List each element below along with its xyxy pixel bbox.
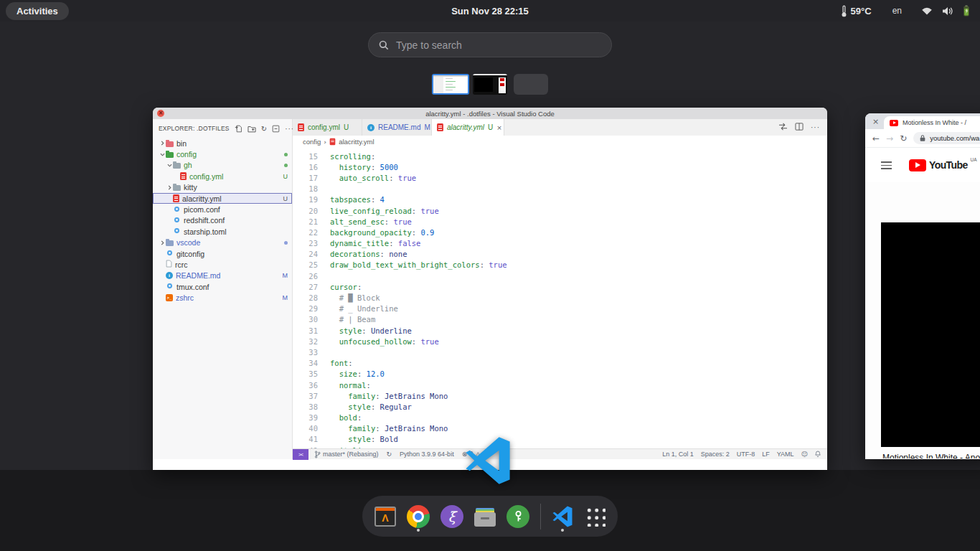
tree-item-config.yml[interactable]: config.ymlU [153,171,292,182]
code-line-19[interactable]: 19tabspaces: 4 [293,194,827,205]
tree-item-picom.conf[interactable]: picom.conf [153,204,292,215]
system-tray[interactable]: 59°C en [841,0,970,22]
folder-icon [173,185,181,191]
feedback-icon[interactable]: ☺ [801,451,808,458]
reload-icon[interactable]: ↻ [900,133,907,143]
code-line-35[interactable]: 35 size: 12.0 [293,369,827,380]
tree-item-vscode[interactable]: vscode [153,237,292,248]
tree-item-zshrc[interactable]: >_zshrcM [153,292,292,303]
tree-item-starship.toml[interactable]: starship.toml [153,226,292,237]
remote-indicator[interactable]: >< [293,449,308,460]
chrome-active-tab[interactable]: Motionless In White - / [884,116,980,129]
back-icon[interactable]: ← [872,133,880,143]
dock-item-google-chrome[interactable] [407,501,430,532]
status-ln-1-col-1[interactable]: Ln 1, Col 1 [662,451,694,458]
code-line-15[interactable]: 15scrolling: [293,151,827,161]
tree-item-gitconfig[interactable]: gitconfig [153,248,292,259]
tree-item-label: alacritty.yml [182,194,281,203]
forward-icon[interactable]: → [886,133,893,143]
breadcrumb-folder[interactable]: config [303,138,321,146]
editor-tab-alacritty.yml[interactable]: alacritty.ymlU× [432,119,504,136]
status-spaces-2[interactable]: Spaces: 2 [701,451,730,458]
code-line-29[interactable]: 29 # _ Underline [293,303,827,314]
code-line-30[interactable]: 30 # | Beam [293,314,827,325]
code-line-38[interactable]: 38 style: Regular [293,401,827,412]
youtube-logo[interactable]: YouTube UA [909,159,968,171]
code-line-36[interactable]: 36 normal: [293,380,827,390]
window-close-button[interactable]: × [157,110,164,117]
split-editor-icon[interactable] [795,123,804,132]
code-line-27[interactable]: 27cursor: [293,281,827,292]
editor-tab-README.md[interactable]: iREADME.mdM [362,119,432,136]
status-lf[interactable]: LF [762,451,770,458]
breadcrumb-file[interactable]: alacritty.yml [339,138,374,146]
code-line-41[interactable]: 41 style: Bold [293,434,827,445]
code-line-16[interactable]: 16 history: 5000 [293,161,827,172]
vscode-app-icon[interactable] [463,436,512,485]
line-number: 33 [293,348,318,357]
code-editor[interactable]: 15scrolling:16 history: 500017 auto_scro… [293,148,827,448]
tree-item-rcrc[interactable]: rcrc [153,259,292,270]
python-interpreter[interactable]: Python 3.9.9 64-bit [400,451,454,458]
code-line-39[interactable]: 39 bold: [293,413,827,423]
code-line-25[interactable]: 25draw_bold_text_with_bright_colors: tru… [293,260,827,270]
tab-close-icon[interactable]: × [496,124,502,131]
open-changes-icon[interactable] [778,123,788,132]
hamburger-menu-icon[interactable] [881,161,892,169]
clock[interactable]: Sun Nov 28 22:15 [0,6,980,17]
code-line-37[interactable]: 37 family: JetBrains Mono [293,390,827,401]
editor-tab-config.yml[interactable]: config.ymlU [293,119,362,136]
tree-item-gh[interactable]: gh [153,160,292,171]
breadcrumb[interactable]: config › alacritty.yml [293,136,827,148]
tree-item-redshift.conf[interactable]: redshift.conf [153,215,292,226]
tree-item-kitty[interactable]: kitty [153,182,292,193]
notifications-bell-icon[interactable] [815,451,821,458]
background-tab-close-icon[interactable]: × [872,117,879,126]
new-folder-icon[interactable] [248,125,256,133]
chrome-window[interactable]: × Motionless In White - / ← → ↻ youtube.… [865,113,980,459]
code-line-33[interactable]: 33 [293,347,827,357]
editor-more-actions[interactable]: ··· [811,123,820,131]
tree-item-tmux.conf[interactable]: tmux.conf [153,281,292,292]
vscode-window[interactable]: × alacritty.yml - .dotfiles - Visual Stu… [153,108,827,470]
workspace-thumbnail-1[interactable] [432,74,469,95]
git-status-dot [284,153,288,156]
search-input[interactable]: Type to search [368,32,612,57]
chevron-right-icon [159,141,166,146]
code-line-28[interactable]: 28 # █ Block [293,292,827,303]
sync-icon[interactable]: ↻ [387,451,392,458]
dock-item-file-manager[interactable] [474,501,496,532]
status-yaml[interactable]: YAML [777,451,794,458]
address-bar[interactable]: youtube.com/wa [913,132,980,144]
new-file-icon[interactable] [235,125,242,133]
code-line-22[interactable]: 22background_opacity: 0.9 [293,227,827,237]
dock-item-emacs[interactable]: ξ [440,501,463,532]
code-line-24[interactable]: 24decorations: none [293,249,827,260]
workspace-thumbnail-2[interactable] [473,74,507,95]
dock-item-alacritty-terminal[interactable] [374,501,396,532]
keyboard-layout-indicator[interactable]: en [892,6,902,16]
code-line-34[interactable]: 34font: [293,358,827,369]
code-line-32[interactable]: 32 unfocused_hollow: true [293,336,827,347]
code-line-18[interactable]: 18 [293,184,827,194]
code-line-31[interactable]: 31 style: Underline [293,325,827,336]
dock-item-app-grid[interactable] [584,501,606,532]
code-line-40[interactable]: 40 family: JetBrains Mono [293,423,827,434]
code-line-20[interactable]: 20live_config_reload: true [293,205,827,216]
git-branch-status[interactable]: master* (Rebasing) [314,451,379,458]
code-line-17[interactable]: 17 auto_scroll: true [293,172,827,183]
dock-item-visual-studio-code[interactable] [552,501,573,532]
status-utf-8[interactable]: UTF-8 [737,451,755,458]
video-player[interactable] [881,222,980,447]
workspace-thumbnail-3[interactable] [514,74,548,95]
tree-item-bin[interactable]: bin [153,138,292,149]
code-line-26[interactable]: 26 [293,270,827,281]
code-line-21[interactable]: 21alt_send_esc: true [293,216,827,227]
dock-item-passwords-keys[interactable] [507,501,529,532]
code-line-23[interactable]: 23dynamic_title: false [293,238,827,249]
tree-item-config[interactable]: config [153,149,292,159]
tree-item-alacritty.yml[interactable]: alacritty.ymlU [153,193,292,204]
collapse-all-icon[interactable] [272,125,280,133]
tree-item-README.md[interactable]: iREADME.mdM [153,270,292,281]
refresh-icon[interactable]: ↻ [261,125,267,133]
